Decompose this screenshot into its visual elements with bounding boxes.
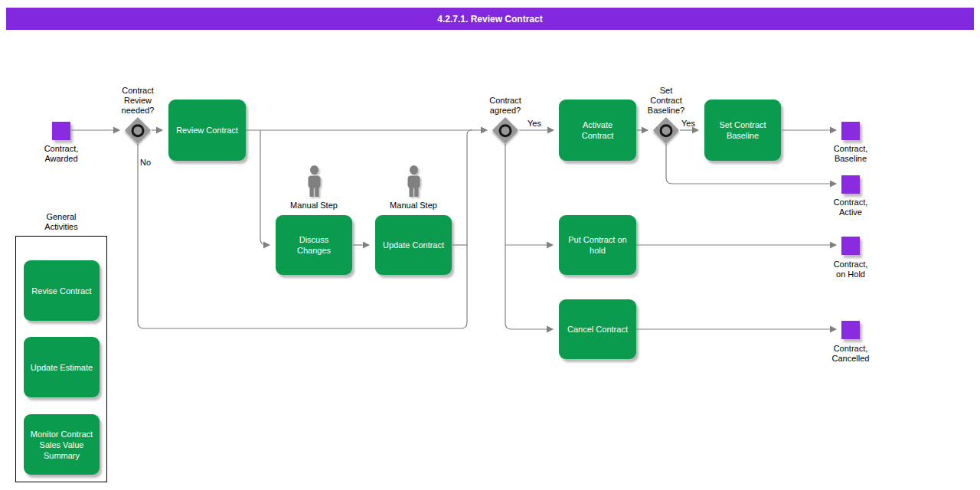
activity-update-contract-label: Update Contract [383, 240, 444, 250]
end-event-contract-on-hold-label: Contract, on Hold [812, 260, 889, 279]
end-event-contract-baseline[interactable] [841, 122, 860, 140]
start-event-contract-awarded[interactable] [52, 122, 70, 140]
branch-label-no: No [140, 158, 151, 168]
manual-step-label: Manual Step [276, 201, 352, 211]
process-diagram-canvas: 4.2.7.1. Review Contract [0, 0, 980, 490]
activity-review-contract-label: Review Contract [176, 125, 238, 136]
activity-set-contract-baseline[interactable]: Set Contract Baseline [704, 100, 781, 161]
manual-step-label: Manual Step [375, 201, 452, 211]
activity-update-estimate-label: Update Estimate [31, 362, 93, 373]
activity-cancel-contract[interactable]: Cancel Contract [559, 299, 636, 359]
gateway-ring-icon [496, 121, 514, 139]
gateway-contract-agreed-question: Contract agreed? [467, 96, 544, 116]
end-event-contract-baseline-label: Contract, Baseline [812, 144, 889, 164]
gateway-contract-review-question: Contract Review needed? [100, 86, 176, 116]
end-event-contract-on-hold[interactable] [841, 237, 860, 255]
end-event-contract-active[interactable] [841, 175, 860, 194]
activity-discuss-changes-label: Discuss Changes [297, 234, 331, 256]
connector-lines [0, 0, 980, 490]
sidebar-title: General Activities [15, 212, 107, 232]
end-event-contract-cancelled[interactable] [841, 321, 860, 339]
activity-cancel-contract-label: Cancel Contract [567, 324, 628, 335]
manual-step-person-icon [305, 165, 324, 201]
end-event-contract-cancelled-label: Contract, Cancelled [812, 344, 889, 364]
activity-review-contract[interactable]: Review Contract [168, 100, 246, 161]
activity-update-contract[interactable]: Update Contract [375, 215, 452, 275]
start-event-label: Contract, Awarded [23, 144, 100, 164]
activity-monitor-contract-sales-value-summary[interactable]: Monitor Contract Sales Value Summary [24, 414, 100, 475]
activity-put-contract-on-hold-label: Put Contract on hold [568, 234, 626, 256]
activity-activate-contract-label: Activate Contract [582, 119, 614, 141]
activity-revise-contract[interactable]: Revise Contract [24, 260, 100, 321]
gateway-ring-icon [657, 121, 675, 139]
activity-revise-contract-label: Revise Contract [31, 286, 91, 296]
manual-step-person-icon [404, 165, 423, 201]
activity-activate-contract[interactable]: Activate Contract [559, 100, 636, 161]
end-event-contract-active-label: Contract, Active [812, 198, 889, 217]
activity-set-contract-baseline-label: Set Contract Baseline [719, 119, 766, 141]
activity-monitor-contract-label: Monitor Contract Sales Value Summary [31, 429, 93, 461]
activity-update-estimate[interactable]: Update Estimate [24, 337, 100, 397]
activity-discuss-changes[interactable]: Discuss Changes [276, 215, 352, 275]
activity-put-contract-on-hold[interactable]: Put Contract on hold [559, 215, 636, 275]
branch-label-yes: Yes [528, 119, 541, 129]
gateway-set-baseline-question: Set Contract Baseline? [628, 86, 704, 116]
branch-label-yes: Yes [681, 119, 695, 129]
gateway-ring-icon [129, 121, 147, 139]
